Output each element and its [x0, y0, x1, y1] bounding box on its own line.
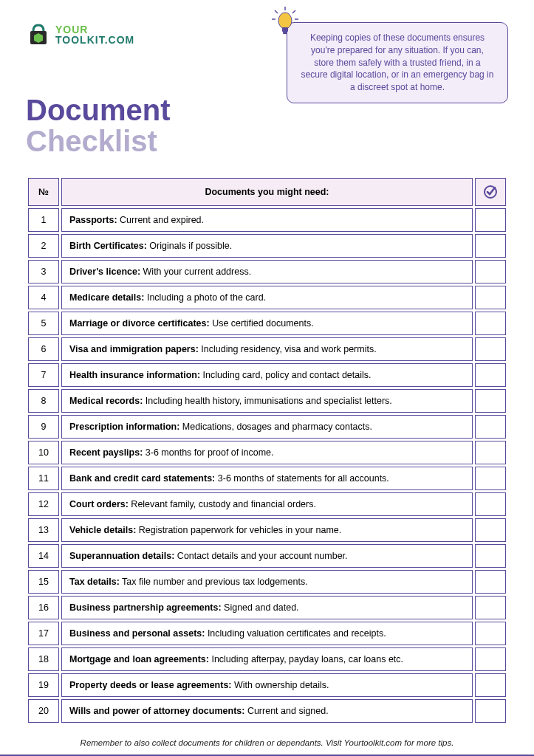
table-row: 10Recent payslips: 3-6 months for proof …	[28, 441, 506, 464]
footer-note: Remember to also collect documents for c…	[26, 738, 508, 747]
row-description: Court orders: Relevant family, custody a…	[61, 492, 473, 516]
row-description: Property deeds or lease agreements: With…	[61, 673, 473, 697]
logo-text-line1: YOUR	[55, 24, 134, 35]
row-checkbox[interactable]	[475, 234, 506, 258]
row-description: Business partnership agreements: Signed …	[61, 596, 473, 619]
row-checkbox[interactable]	[475, 337, 506, 361]
row-text: Use certified documents.	[210, 318, 314, 329]
row-text: 3-6 months of statements for all account…	[215, 473, 389, 484]
row-label: Prescription information:	[69, 422, 179, 432]
row-number: 18	[28, 647, 59, 671]
row-checkbox[interactable]	[475, 467, 506, 490]
row-number: 17	[28, 622, 59, 645]
row-number: 2	[28, 234, 59, 258]
row-description: Marriage or divorce certificates: Use ce…	[61, 312, 473, 335]
row-text: Signed and dated.	[222, 602, 299, 613]
row-text: Including afterpay, payday loans, car lo…	[209, 654, 403, 664]
row-description: Wills and power of attorney documents: C…	[61, 699, 473, 723]
row-description: Birth Certificates: Originals if possibl…	[61, 234, 473, 258]
row-checkbox[interactable]	[475, 544, 506, 568]
row-checkbox[interactable]	[475, 363, 506, 387]
row-description: Visa and immigration papers: Including r…	[61, 337, 473, 361]
row-number: 6	[28, 337, 59, 361]
header-check	[475, 178, 506, 206]
row-checkbox[interactable]	[475, 260, 506, 284]
header-description: Documents you might need:	[61, 178, 473, 206]
table-row: 18Mortgage and loan agreements: Includin…	[28, 647, 506, 671]
table-row: 2Birth Certificates: Originals if possib…	[28, 234, 506, 258]
row-description: Vehicle details: Registration paperwork …	[61, 518, 473, 542]
checkmark-icon	[483, 185, 498, 199]
row-number: 7	[28, 363, 59, 387]
row-label: Vehicle details:	[69, 525, 136, 535]
row-checkbox[interactable]	[475, 312, 506, 335]
row-number: 1	[28, 208, 59, 232]
row-description: Passports: Current and expired.	[61, 208, 473, 232]
svg-rect-9	[283, 32, 287, 34]
row-label: Driver's licence:	[69, 267, 140, 277]
row-text: With your current address.	[140, 267, 251, 277]
row-checkbox[interactable]	[475, 647, 506, 671]
table-row: 12Court orders: Relevant family, custody…	[28, 492, 506, 516]
row-text: Including health history, immunisations …	[143, 396, 391, 406]
row-label: Wills and power of attorney documents:	[69, 706, 244, 716]
logo: YOUR TOOLKIT.COM	[26, 22, 134, 47]
logo-icon	[26, 22, 51, 47]
row-text: Originals if possible.	[147, 241, 232, 251]
row-description: Business and personal assets: Including …	[61, 622, 473, 645]
table-row: 19Property deeds or lease agreements: Wi…	[28, 673, 506, 697]
title-line2: Checklist	[26, 126, 508, 157]
row-number: 4	[28, 286, 59, 309]
row-checkbox[interactable]	[475, 596, 506, 619]
table-row: 13Vehicle details: Registration paperwor…	[28, 518, 506, 542]
row-text: Medications, dosages and pharmacy contac…	[179, 422, 372, 432]
row-number: 13	[28, 518, 59, 542]
row-checkbox[interactable]	[475, 415, 506, 439]
table-row: 11Bank and credit card statements: 3-6 m…	[28, 467, 506, 490]
row-number: 12	[28, 492, 59, 516]
row-description: Prescription information: Medications, d…	[61, 415, 473, 439]
row-description: Superannuation details: Contact details …	[61, 544, 473, 568]
row-checkbox[interactable]	[475, 389, 506, 413]
table-row: 5Marriage or divorce certificates: Use c…	[28, 312, 506, 335]
header-number: №	[28, 178, 59, 206]
row-checkbox[interactable]	[475, 208, 506, 232]
row-checkbox[interactable]	[475, 286, 506, 309]
row-label: Superannuation details:	[69, 551, 174, 561]
row-description: Medicare details: Including a photo of t…	[61, 286, 473, 309]
checklist-table: № Documents you might need: 1Passports: …	[26, 176, 508, 725]
row-label: Passports:	[69, 215, 117, 225]
table-row: 14Superannuation details: Contact detail…	[28, 544, 506, 568]
row-checkbox[interactable]	[475, 492, 506, 516]
row-number: 9	[28, 415, 59, 439]
row-text: Relevant family, custody and financial o…	[129, 499, 316, 509]
row-label: Marriage or divorce certificates:	[69, 318, 210, 329]
row-label: Medical records:	[69, 396, 143, 406]
row-text: Contact details and your account number.	[174, 551, 347, 561]
row-label: Bank and credit card statements:	[69, 473, 215, 484]
row-description: Driver's licence: With your current addr…	[61, 260, 473, 284]
row-checkbox[interactable]	[475, 441, 506, 464]
svg-line-4	[292, 10, 295, 13]
row-label: Health insurance information:	[69, 370, 200, 380]
lightbulb-icon	[269, 6, 301, 38]
row-text: Registration paperwork for vehicles in y…	[136, 525, 341, 535]
row-checkbox[interactable]	[475, 622, 506, 645]
row-text: Including card, policy and contact detai…	[200, 370, 371, 380]
row-checkbox[interactable]	[475, 518, 506, 542]
row-checkbox[interactable]	[475, 570, 506, 594]
row-text: Including valuation certificates and rec…	[205, 628, 386, 639]
row-checkbox[interactable]	[475, 673, 506, 697]
svg-line-3	[275, 10, 278, 13]
row-label: Business and personal assets:	[69, 628, 205, 639]
row-checkbox[interactable]	[475, 699, 506, 723]
table-row: 9Prescription information: Medications, …	[28, 415, 506, 439]
row-description: Mortgage and loan agreements: Including …	[61, 647, 473, 671]
row-number: 5	[28, 312, 59, 335]
logo-text-line2: TOOLKIT.COM	[55, 35, 134, 45]
row-number: 19	[28, 673, 59, 697]
row-number: 11	[28, 467, 59, 490]
svg-point-7	[278, 13, 292, 29]
row-description: Tax details: Tax file number and previou…	[61, 570, 473, 594]
page-title: Document Checklist	[26, 94, 508, 157]
